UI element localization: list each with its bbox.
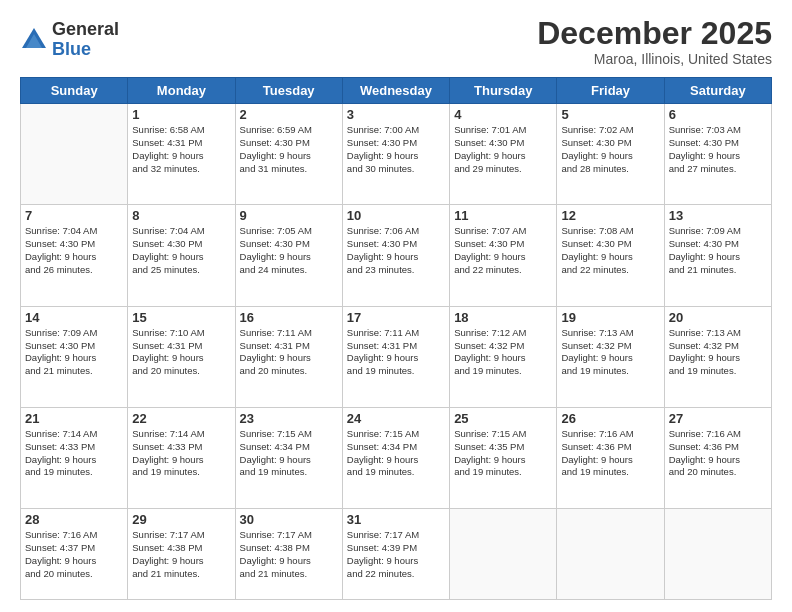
day-cell: 18Sunrise: 7:12 AM Sunset: 4:32 PM Dayli… xyxy=(450,306,557,407)
day-info: Sunrise: 7:11 AM Sunset: 4:31 PM Dayligh… xyxy=(347,327,445,378)
day-cell: 28Sunrise: 7:16 AM Sunset: 4:37 PM Dayli… xyxy=(21,509,128,600)
logo-general: General xyxy=(52,20,119,40)
day-info: Sunrise: 7:13 AM Sunset: 4:32 PM Dayligh… xyxy=(669,327,767,378)
day-cell: 11Sunrise: 7:07 AM Sunset: 4:30 PM Dayli… xyxy=(450,205,557,306)
day-info: Sunrise: 7:07 AM Sunset: 4:30 PM Dayligh… xyxy=(454,225,552,276)
day-info: Sunrise: 7:17 AM Sunset: 4:38 PM Dayligh… xyxy=(240,529,338,580)
day-cell: 17Sunrise: 7:11 AM Sunset: 4:31 PM Dayli… xyxy=(342,306,449,407)
day-number: 8 xyxy=(132,208,230,223)
day-header-thursday: Thursday xyxy=(450,78,557,104)
title-block: December 2025 Maroa, Illinois, United St… xyxy=(537,16,772,67)
day-number: 19 xyxy=(561,310,659,325)
day-cell: 5Sunrise: 7:02 AM Sunset: 4:30 PM Daylig… xyxy=(557,104,664,205)
day-info: Sunrise: 7:00 AM Sunset: 4:30 PM Dayligh… xyxy=(347,124,445,175)
calendar-header-row: SundayMondayTuesdayWednesdayThursdayFrid… xyxy=(21,78,772,104)
header: General Blue December 2025 Maroa, Illino… xyxy=(20,16,772,67)
day-number: 16 xyxy=(240,310,338,325)
day-header-wednesday: Wednesday xyxy=(342,78,449,104)
day-cell xyxy=(450,509,557,600)
day-info: Sunrise: 7:14 AM Sunset: 4:33 PM Dayligh… xyxy=(25,428,123,479)
day-info: Sunrise: 7:02 AM Sunset: 4:30 PM Dayligh… xyxy=(561,124,659,175)
logo-text: General Blue xyxy=(52,20,119,60)
day-cell: 25Sunrise: 7:15 AM Sunset: 4:35 PM Dayli… xyxy=(450,407,557,508)
day-header-tuesday: Tuesday xyxy=(235,78,342,104)
day-info: Sunrise: 7:16 AM Sunset: 4:36 PM Dayligh… xyxy=(561,428,659,479)
day-number: 31 xyxy=(347,512,445,527)
day-cell: 6Sunrise: 7:03 AM Sunset: 4:30 PM Daylig… xyxy=(664,104,771,205)
day-cell: 2Sunrise: 6:59 AM Sunset: 4:30 PM Daylig… xyxy=(235,104,342,205)
day-cell: 4Sunrise: 7:01 AM Sunset: 4:30 PM Daylig… xyxy=(450,104,557,205)
day-number: 7 xyxy=(25,208,123,223)
day-cell: 23Sunrise: 7:15 AM Sunset: 4:34 PM Dayli… xyxy=(235,407,342,508)
day-info: Sunrise: 7:15 AM Sunset: 4:34 PM Dayligh… xyxy=(240,428,338,479)
logo-blue: Blue xyxy=(52,40,119,60)
day-number: 21 xyxy=(25,411,123,426)
day-number: 30 xyxy=(240,512,338,527)
day-number: 1 xyxy=(132,107,230,122)
location: Maroa, Illinois, United States xyxy=(537,51,772,67)
logo-icon xyxy=(20,26,48,54)
day-number: 6 xyxy=(669,107,767,122)
day-info: Sunrise: 7:01 AM Sunset: 4:30 PM Dayligh… xyxy=(454,124,552,175)
day-number: 23 xyxy=(240,411,338,426)
day-info: Sunrise: 7:15 AM Sunset: 4:34 PM Dayligh… xyxy=(347,428,445,479)
page: General Blue December 2025 Maroa, Illino… xyxy=(0,0,792,612)
day-info: Sunrise: 7:08 AM Sunset: 4:30 PM Dayligh… xyxy=(561,225,659,276)
day-cell: 9Sunrise: 7:05 AM Sunset: 4:30 PM Daylig… xyxy=(235,205,342,306)
day-number: 13 xyxy=(669,208,767,223)
day-cell: 14Sunrise: 7:09 AM Sunset: 4:30 PM Dayli… xyxy=(21,306,128,407)
day-number: 12 xyxy=(561,208,659,223)
day-number: 9 xyxy=(240,208,338,223)
day-cell: 27Sunrise: 7:16 AM Sunset: 4:36 PM Dayli… xyxy=(664,407,771,508)
day-info: Sunrise: 7:04 AM Sunset: 4:30 PM Dayligh… xyxy=(132,225,230,276)
day-cell: 12Sunrise: 7:08 AM Sunset: 4:30 PM Dayli… xyxy=(557,205,664,306)
day-cell: 7Sunrise: 7:04 AM Sunset: 4:30 PM Daylig… xyxy=(21,205,128,306)
month-title: December 2025 xyxy=(537,16,772,51)
day-header-sunday: Sunday xyxy=(21,78,128,104)
day-number: 28 xyxy=(25,512,123,527)
day-number: 18 xyxy=(454,310,552,325)
day-info: Sunrise: 7:03 AM Sunset: 4:30 PM Dayligh… xyxy=(669,124,767,175)
day-cell: 13Sunrise: 7:09 AM Sunset: 4:30 PM Dayli… xyxy=(664,205,771,306)
day-cell: 16Sunrise: 7:11 AM Sunset: 4:31 PM Dayli… xyxy=(235,306,342,407)
day-number: 10 xyxy=(347,208,445,223)
day-number: 5 xyxy=(561,107,659,122)
day-info: Sunrise: 7:17 AM Sunset: 4:39 PM Dayligh… xyxy=(347,529,445,580)
day-header-monday: Monday xyxy=(128,78,235,104)
day-info: Sunrise: 7:14 AM Sunset: 4:33 PM Dayligh… xyxy=(132,428,230,479)
day-header-saturday: Saturday xyxy=(664,78,771,104)
day-cell: 29Sunrise: 7:17 AM Sunset: 4:38 PM Dayli… xyxy=(128,509,235,600)
day-number: 4 xyxy=(454,107,552,122)
calendar: SundayMondayTuesdayWednesdayThursdayFrid… xyxy=(20,77,772,600)
day-header-friday: Friday xyxy=(557,78,664,104)
day-cell: 21Sunrise: 7:14 AM Sunset: 4:33 PM Dayli… xyxy=(21,407,128,508)
day-cell: 15Sunrise: 7:10 AM Sunset: 4:31 PM Dayli… xyxy=(128,306,235,407)
day-cell: 20Sunrise: 7:13 AM Sunset: 4:32 PM Dayli… xyxy=(664,306,771,407)
day-info: Sunrise: 6:59 AM Sunset: 4:30 PM Dayligh… xyxy=(240,124,338,175)
day-info: Sunrise: 7:17 AM Sunset: 4:38 PM Dayligh… xyxy=(132,529,230,580)
day-cell: 30Sunrise: 7:17 AM Sunset: 4:38 PM Dayli… xyxy=(235,509,342,600)
day-cell: 10Sunrise: 7:06 AM Sunset: 4:30 PM Dayli… xyxy=(342,205,449,306)
day-number: 14 xyxy=(25,310,123,325)
day-cell: 19Sunrise: 7:13 AM Sunset: 4:32 PM Dayli… xyxy=(557,306,664,407)
week-row-5: 28Sunrise: 7:16 AM Sunset: 4:37 PM Dayli… xyxy=(21,509,772,600)
day-info: Sunrise: 7:09 AM Sunset: 4:30 PM Dayligh… xyxy=(25,327,123,378)
day-info: Sunrise: 7:04 AM Sunset: 4:30 PM Dayligh… xyxy=(25,225,123,276)
day-info: Sunrise: 7:12 AM Sunset: 4:32 PM Dayligh… xyxy=(454,327,552,378)
day-number: 15 xyxy=(132,310,230,325)
day-info: Sunrise: 6:58 AM Sunset: 4:31 PM Dayligh… xyxy=(132,124,230,175)
day-info: Sunrise: 7:06 AM Sunset: 4:30 PM Dayligh… xyxy=(347,225,445,276)
day-cell xyxy=(21,104,128,205)
day-number: 20 xyxy=(669,310,767,325)
day-cell: 22Sunrise: 7:14 AM Sunset: 4:33 PM Dayli… xyxy=(128,407,235,508)
day-info: Sunrise: 7:16 AM Sunset: 4:36 PM Dayligh… xyxy=(669,428,767,479)
day-info: Sunrise: 7:13 AM Sunset: 4:32 PM Dayligh… xyxy=(561,327,659,378)
day-number: 22 xyxy=(132,411,230,426)
day-info: Sunrise: 7:16 AM Sunset: 4:37 PM Dayligh… xyxy=(25,529,123,580)
day-number: 29 xyxy=(132,512,230,527)
day-info: Sunrise: 7:10 AM Sunset: 4:31 PM Dayligh… xyxy=(132,327,230,378)
day-number: 26 xyxy=(561,411,659,426)
week-row-4: 21Sunrise: 7:14 AM Sunset: 4:33 PM Dayli… xyxy=(21,407,772,508)
day-cell: 26Sunrise: 7:16 AM Sunset: 4:36 PM Dayli… xyxy=(557,407,664,508)
day-cell: 31Sunrise: 7:17 AM Sunset: 4:39 PM Dayli… xyxy=(342,509,449,600)
